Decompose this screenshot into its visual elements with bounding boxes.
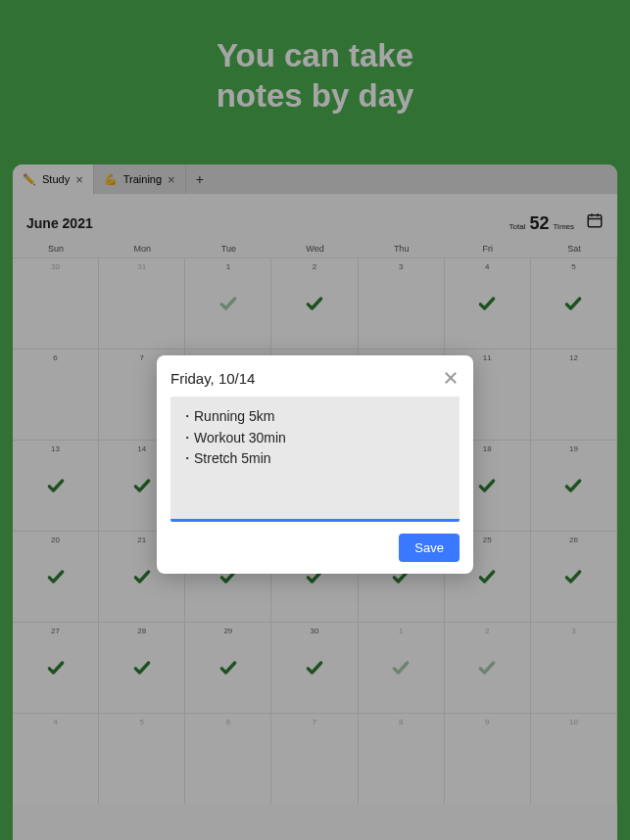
note-line: ・Workout 30min [180, 428, 450, 449]
save-button[interactable]: Save [399, 534, 460, 562]
note-line: ・Running 5km [180, 406, 450, 428]
close-icon[interactable] [442, 369, 460, 387]
modal-title: Friday, 10/14 [170, 370, 255, 387]
note-modal: Friday, 10/14 ・Running 5km・Workout 30min… [157, 355, 473, 574]
note-textarea[interactable]: ・Running 5km・Workout 30min・Stretch 5min [170, 397, 460, 522]
note-line: ・Stretch 5min [180, 448, 450, 470]
